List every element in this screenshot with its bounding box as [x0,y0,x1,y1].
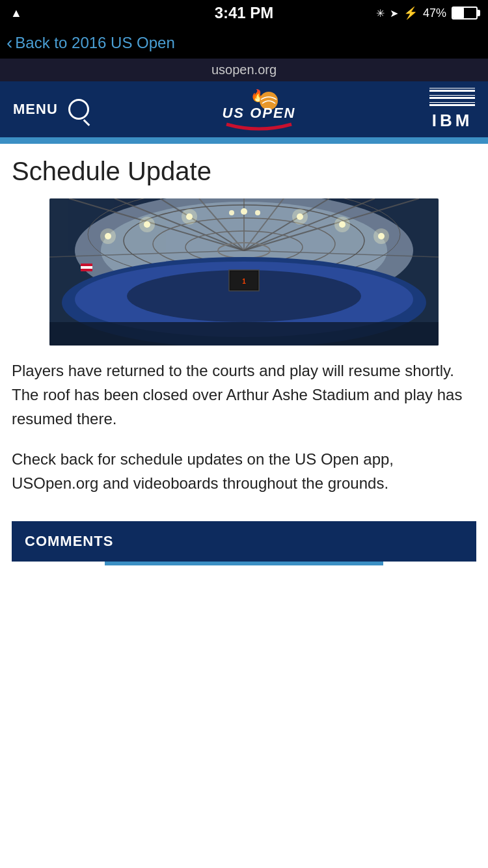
svg-rect-43 [81,269,92,271]
article-paragraph-2: Check back for schedule updates on the U… [12,447,476,495]
status-time: 3:41 PM [215,4,274,22]
nav-header: MENU 🔥 US OPEN IBM [0,81,488,140]
url-text: usopen.org [211,62,277,77]
url-bar: usopen.org [0,59,488,81]
main-content: Schedule Update [0,144,488,578]
logo-svg: 🔥 US OPEN [207,87,311,132]
signal-icon: ▲ [10,7,22,20]
svg-point-34 [334,217,350,232]
back-bar[interactable]: ‹ Back to 2016 US Open [0,26,488,59]
svg-point-28 [229,210,234,215]
location-icon: ➤ [390,7,398,20]
battery-icon [452,7,478,20]
svg-rect-41 [81,264,92,266]
svg-point-23 [100,228,116,244]
page-title: Schedule Update [12,157,476,185]
battery-percent: 47% [423,7,446,20]
comments-label: COMMENTS [25,533,113,549]
stadium-svg: 1 [49,198,439,346]
us-open-logo: 🔥 US OPEN [207,87,311,132]
svg-point-32 [292,209,308,224]
ibm-logo: IBM [429,88,475,131]
svg-point-25 [139,217,155,232]
ibm-text: IBM [429,111,475,131]
svg-rect-47 [49,322,439,346]
svg-text:1: 1 [242,278,246,285]
scroll-indicator [105,562,383,565]
rotation-icon: ✳ [376,7,385,20]
svg-point-30 [255,210,260,215]
svg-point-36 [373,228,389,244]
svg-rect-42 [81,266,92,269]
menu-button[interactable]: MENU [13,101,58,118]
nav-left: MENU [13,99,89,120]
back-chevron-icon: ‹ [7,33,12,53]
status-left: ▲ [10,7,22,20]
back-link[interactable]: Back to 2016 US Open [15,34,174,52]
comments-bar[interactable]: COMMENTS [12,521,476,562]
article-paragraph-1: Players have returned to the courts and … [12,359,476,431]
svg-point-29 [241,208,247,215]
stadium-image: 1 [49,198,439,346]
svg-text:US OPEN: US OPEN [223,105,296,121]
status-bar: ▲ 3:41 PM ✳ ➤ ⚡ 47% [0,0,488,26]
bluetooth-icon: ⚡ [403,6,418,20]
status-right: ✳ ➤ ⚡ 47% [376,6,478,20]
search-icon[interactable] [68,99,89,120]
svg-point-27 [182,209,197,224]
